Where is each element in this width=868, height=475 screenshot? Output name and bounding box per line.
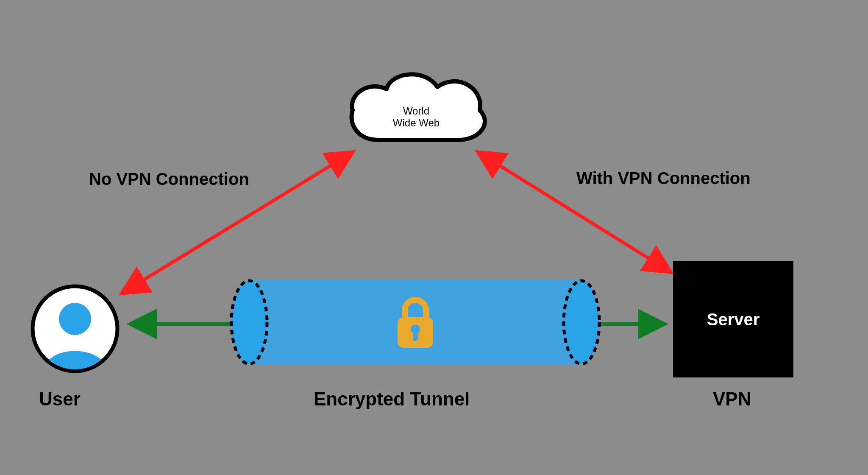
svg-point-1: [564, 281, 599, 364]
cloud-label: World Wide Web: [340, 105, 492, 129]
no-vpn-label: No VPN Connection: [89, 170, 249, 189]
cloud-label-line1: World: [403, 105, 429, 117]
server-node: Server: [673, 261, 793, 377]
tunnel-cap-left: [229, 279, 270, 366]
with-vpn-label: With VPN Connection: [576, 169, 751, 188]
tunnel-caption: Encrypted Tunnel: [314, 388, 470, 410]
svg-point-7: [59, 303, 91, 335]
tunnel-cap-right: [561, 279, 602, 366]
user-caption: User: [39, 388, 81, 410]
lock-icon: [390, 293, 441, 352]
cloud-label-line2: Wide Web: [393, 117, 440, 129]
svg-rect-4: [413, 331, 418, 341]
user-icon: [31, 284, 120, 373]
svg-point-0: [231, 281, 267, 364]
user-node: [31, 284, 120, 373]
vpn-caption: VPN: [713, 388, 751, 410]
cloud-node: World Wide Web: [340, 64, 492, 157]
server-label: Server: [707, 310, 760, 329]
diagram-stage: World Wide Web: [0, 0, 868, 475]
